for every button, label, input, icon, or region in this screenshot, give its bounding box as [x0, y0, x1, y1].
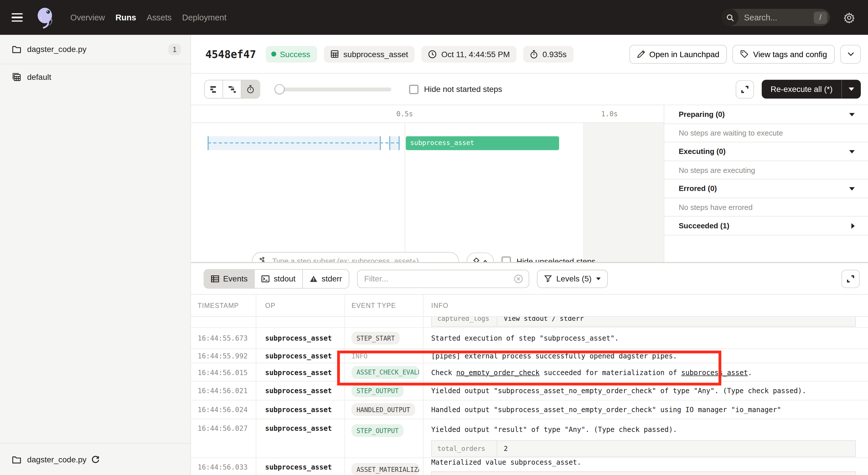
footer-code-location: dagster_code.py	[27, 455, 86, 464]
open-in-launchpad-button[interactable]: Open in Launchpad	[629, 44, 727, 63]
event-type-badge[interactable]: STEP_OUTPUT	[352, 424, 404, 437]
view-mode-timed-button[interactable]	[241, 81, 260, 98]
run-target-chip[interactable]: subprocess_asset	[324, 46, 415, 62]
tab-stderr[interactable]: stderr	[303, 269, 349, 288]
nav-runs[interactable]: Runs	[115, 12, 136, 22]
event-info: Yielded output "result" of type "Any". (…	[431, 425, 862, 433]
nav-overview[interactable]: Overview	[70, 12, 105, 22]
log-filter-input[interactable]: Filter...	[357, 269, 529, 288]
table-row[interactable]: 16:44:55.673 subprocess_asset STEP_START…	[191, 328, 868, 349]
col-op: OP	[256, 295, 345, 316]
step-subset-input[interactable]: Type a step subset (ex: subprocess_asset…	[252, 252, 459, 262]
left-sidebar: dagster_code.py 1 default dagster_code.p…	[0, 35, 191, 475]
sidebar-footer: dagster_code.py	[0, 443, 190, 475]
gantt-gridline	[405, 123, 405, 262]
event-op: subprocess_asset	[265, 387, 332, 395]
gantt-zoom-slider[interactable]	[275, 84, 391, 94]
clear-filter-icon[interactable]	[514, 274, 523, 284]
table-row[interactable]: 16:44:56.021 subprocess_asset STEP_OUTPU…	[191, 382, 868, 400]
status-dot	[271, 51, 276, 56]
collapse-icon	[849, 150, 855, 153]
event-type-badge[interactable]: ASSET_CHECK_EVALUA…	[352, 366, 419, 379]
table-row[interactable]: 16:44:56.033 subprocess_asset ASSET_MATE…	[191, 458, 868, 475]
event-type-badge[interactable]: ASSET_MATERIALIZAT…	[352, 463, 419, 475]
levels-filter-button[interactable]: Levels (5)	[537, 269, 608, 288]
hide-not-started-checkbox[interactable]	[409, 84, 418, 94]
gantt-view-mode-group	[205, 80, 260, 99]
asset-link[interactable]: subprocess_asset	[681, 368, 748, 377]
terminal-icon	[261, 275, 270, 282]
search-input[interactable]: Search... /	[721, 9, 830, 26]
reexecute-dropdown-button[interactable]	[842, 88, 861, 91]
sidebar-item-default-job[interactable]: default	[0, 64, 190, 89]
event-type-badge[interactable]: HANDLED_OUTPUT	[352, 403, 415, 416]
col-timestamp: TIMESTAMP	[191, 295, 256, 316]
job-name: default	[27, 72, 51, 81]
primary-nav: Overview Runs Assets Deployment	[70, 12, 226, 22]
view-mode-flat-button[interactable]	[205, 81, 223, 98]
nav-assets[interactable]: Assets	[147, 12, 172, 22]
flat-list-icon	[210, 85, 218, 93]
funnel-icon	[544, 275, 552, 283]
step-graph-icon	[259, 257, 268, 262]
metadata-value-link[interactable]: View stdout / stderr	[497, 317, 856, 326]
folder-icon	[12, 455, 21, 463]
sidebar-code-location[interactable]: dagster_code.py 1	[0, 35, 190, 64]
nav-deployment[interactable]: Deployment	[182, 12, 226, 22]
folder-icon	[12, 46, 21, 53]
dagster-run-page: Overview Runs Assets Deployment Search..…	[0, 0, 868, 475]
gantt-chart: 0.5s 1.0s	[191, 105, 663, 262]
event-type-badge[interactable]: STEP_OUTPUT	[352, 384, 404, 397]
table-row[interactable]: 16:44:56.024 subprocess_asset HANDLED_OU…	[191, 400, 868, 419]
pencil-icon	[637, 50, 645, 58]
hamburger-menu-icon[interactable]	[11, 11, 23, 24]
gear-icon[interactable]	[844, 12, 855, 23]
collapse-icon	[849, 187, 855, 190]
run-actions-dropdown-button[interactable]	[840, 44, 861, 63]
table-row[interactable]: 16:44:56.015 subprocess_asset ASSET_CHEC…	[191, 363, 868, 382]
run-status-badge[interactable]: Success	[266, 46, 317, 62]
axis-tick: 0.5s	[396, 110, 413, 118]
table-row[interactable]: 16:44:56.027 subprocess_asset STEP_OUTPU…	[191, 419, 868, 458]
reexecute-all-button[interactable]: Re-execute all (*)	[762, 85, 842, 94]
view-tags-config-button[interactable]: View tags and config	[733, 44, 835, 63]
event-timestamp: 16:44:56.027	[197, 424, 247, 433]
gantt-step-bar[interactable]: subprocess_asset	[406, 136, 559, 150]
stopwatch-icon	[246, 85, 255, 94]
caret-up-icon	[483, 260, 488, 262]
status-section-succeeded[interactable]: Succeeded (1)	[664, 216, 868, 236]
dagster-logo[interactable]	[34, 6, 57, 28]
logs-fullscreen-button[interactable]	[841, 269, 860, 288]
tag-icon	[740, 50, 749, 58]
slider-knob[interactable]	[275, 84, 285, 94]
gantt-fullscreen-button[interactable]	[736, 80, 754, 98]
status-section-executing[interactable]: Executing (0)	[664, 143, 868, 161]
event-op: subprocess_asset	[265, 406, 332, 414]
col-event-type: EVENT TYPE	[345, 295, 423, 316]
run-duration-chip: 0.935s	[523, 46, 574, 62]
event-info: Check no_empty_order_check succeeded for…	[431, 368, 752, 377]
run-start-time-chip: Oct 11, 4:44:55 PM	[422, 46, 516, 62]
axis-tick: 1.0s	[601, 110, 618, 118]
hide-not-started-control: Hide not started steps	[409, 84, 502, 94]
event-timestamp: 16:44:56.033	[197, 463, 247, 471]
tab-events[interactable]: Events	[205, 269, 255, 288]
event-info: [pipes] external process successfully op…	[431, 352, 677, 360]
view-mode-waterfall-button[interactable]	[223, 81, 241, 98]
zoom-to-fit-button[interactable]	[467, 253, 494, 262]
event-type-badge[interactable]: STEP_START	[352, 332, 400, 344]
reload-icon[interactable]	[92, 455, 100, 464]
collapse-icon	[849, 113, 855, 116]
caret-down-icon	[848, 88, 854, 91]
gantt-toolbar: Hide not started steps Re-execute all (*…	[191, 73, 868, 105]
code-location-count: 1	[168, 43, 181, 55]
table-row[interactable]: 16:44:55.992 subprocess_asset INFO [pipe…	[191, 349, 868, 363]
status-section-errored[interactable]: Errored (0)	[664, 179, 868, 199]
step-status-panel: Preparing (0) No steps are waiting to ex…	[663, 105, 868, 262]
check-name-link[interactable]: no_empty_order_check	[456, 368, 539, 377]
status-section-preparing[interactable]: Preparing (0)	[664, 105, 868, 124]
metadata-key: captured_logs	[432, 317, 497, 326]
hide-unselected-checkbox[interactable]	[501, 257, 511, 262]
tab-stdout[interactable]: stdout	[255, 269, 303, 288]
gantt-canvas: subprocess_asset Type a step subset (ex:…	[191, 123, 663, 262]
